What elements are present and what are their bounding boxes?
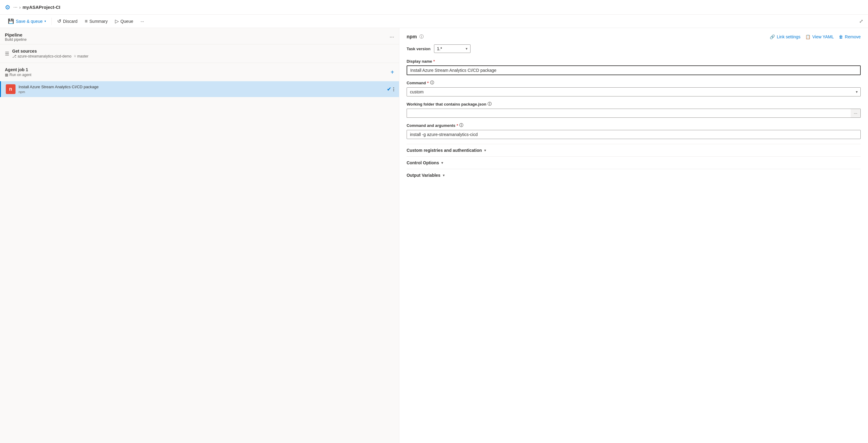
output-variables-expander[interactable]: Output Variables ▾ xyxy=(407,169,861,181)
toolbar-more-button[interactable]: ··· xyxy=(137,17,147,26)
agent-job-icon: ▦ xyxy=(5,73,8,77)
repo-name: azure-streamanalytics-cicd-demo xyxy=(18,54,71,58)
command-label-text: Command xyxy=(407,81,426,85)
left-panel-header: Pipeline Build pipeline ··· xyxy=(0,28,399,44)
agent-job-title: Agent job 1 xyxy=(5,67,388,72)
get-sources-row[interactable]: ☰ Get sources ⎇ azure-streamanalytics-ci… xyxy=(0,44,399,63)
command-args-label: Command and arguments * ⓘ xyxy=(407,123,861,128)
npm-icon-letter: n xyxy=(9,86,12,92)
working-folder-info-icon[interactable]: ⓘ xyxy=(488,101,492,107)
link-settings-button[interactable]: 🔗 Link settings xyxy=(770,34,800,39)
agent-job-header: Agent job 1 ▦ Run on agent + xyxy=(0,63,399,81)
agent-job-section: Agent job 1 ▦ Run on agent + n Install A… xyxy=(0,63,399,97)
discard-button[interactable]: ↺ Discard xyxy=(54,17,80,26)
output-variables-label: Output Variables xyxy=(407,173,440,178)
collapse-icon[interactable]: ⤢ xyxy=(859,18,863,24)
command-args-label-text: Command and arguments xyxy=(407,123,455,128)
queue-label: Queue xyxy=(121,19,133,24)
command-group: Command * ⓘ custom ▾ xyxy=(407,80,861,96)
top-bar-more-icon[interactable]: ··· xyxy=(13,5,17,10)
custom-registries-chevron-icon: ▾ xyxy=(484,149,486,152)
get-sources-icon: ☰ xyxy=(5,51,9,57)
save-icon: 💾 xyxy=(8,18,14,24)
task-version-row: Task version 1.* ▾ xyxy=(407,44,861,53)
add-task-button[interactable]: + xyxy=(391,69,394,76)
task-version-label: Task version xyxy=(407,46,431,51)
task-more-dot-3 xyxy=(393,90,394,91)
discard-icon: ↺ xyxy=(57,18,61,24)
breadcrumb-separator: › xyxy=(19,5,21,10)
output-variables-chevron-icon: ▾ xyxy=(443,173,445,178)
control-options-label: Control Options xyxy=(407,160,439,165)
agent-job-subtitle-text: Run on agent xyxy=(9,73,31,77)
pipeline-title-group: Pipeline Build pipeline xyxy=(5,32,27,42)
get-sources-subtitle: ⎇ azure-streamanalytics-cicd-demo ⑂ mast… xyxy=(12,54,394,58)
remove-icon: 🗑 xyxy=(839,34,843,39)
remove-button[interactable]: 🗑 Remove xyxy=(839,34,861,39)
task-item[interactable]: n Install Azure Stream Analytics CI/CD p… xyxy=(0,81,399,97)
command-args-required: * xyxy=(457,123,458,128)
task-item-actions: ✔ xyxy=(387,86,394,93)
get-sources-title: Get sources xyxy=(12,49,394,54)
toolbar-more-label: ··· xyxy=(141,19,144,24)
display-name-required: * xyxy=(433,59,435,64)
top-bar: ⚙ ··· › myASAProject-CI xyxy=(0,0,868,14)
summary-label: Summary xyxy=(90,19,108,24)
command-label: Command * ⓘ xyxy=(407,80,861,86)
display-name-label-text: Display name xyxy=(407,59,432,64)
view-yaml-button[interactable]: 📋 View YAML xyxy=(805,34,834,39)
working-folder-input-group: ··· xyxy=(407,108,861,118)
custom-registries-label: Custom registries and authentication xyxy=(407,148,482,153)
pipeline-subtitle: Build pipeline xyxy=(5,37,27,42)
page-title: myASAProject-CI xyxy=(23,5,60,10)
custom-registries-expander[interactable]: Custom registries and authentication ▾ xyxy=(407,144,861,156)
branch-icon-group: ⑂ master xyxy=(74,54,89,58)
view-yaml-label: View YAML xyxy=(812,34,834,39)
summary-button[interactable]: ≡ Summary xyxy=(82,17,111,26)
right-panel: npm ⓘ 🔗 Link settings 📋 View YAML 🗑 Remo… xyxy=(399,28,868,443)
npm-header: npm ⓘ 🔗 Link settings 📋 View YAML 🗑 Remo… xyxy=(407,34,861,39)
npm-icon: n xyxy=(6,84,16,94)
control-options-chevron-icon: ▾ xyxy=(441,161,443,165)
link-settings-label: Link settings xyxy=(777,34,800,39)
command-select-wrapper: custom ▾ xyxy=(407,87,861,96)
remove-label: Remove xyxy=(845,34,861,39)
working-folder-input[interactable] xyxy=(407,108,851,118)
toolbar: 💾 Save & queue ▾ ↺ Discard ≡ Summary ▷ Q… xyxy=(0,14,868,28)
display-name-group: Display name * xyxy=(407,59,861,75)
task-item-title: Install Azure Stream Analytics CI/CD pac… xyxy=(19,85,384,90)
left-panel-more-icon[interactable]: ··· xyxy=(390,34,394,40)
task-item-content: Install Azure Stream Analytics CI/CD pac… xyxy=(19,85,384,94)
working-folder-group: Working folder that contains package.jso… xyxy=(407,101,861,118)
save-and-queue-button[interactable]: 💾 Save & queue ▾ xyxy=(5,17,49,26)
command-info-icon[interactable]: ⓘ xyxy=(430,80,434,86)
npm-actions: 🔗 Link settings 📋 View YAML 🗑 Remove xyxy=(770,34,861,39)
pipeline-title: Pipeline xyxy=(5,32,27,37)
task-more-dot-1 xyxy=(393,87,394,88)
agent-job-subtitle: ▦ Run on agent xyxy=(5,73,388,77)
working-folder-browse-button[interactable]: ··· xyxy=(851,108,861,118)
task-more-button[interactable] xyxy=(393,87,394,91)
display-name-input[interactable] xyxy=(407,65,861,75)
task-check-icon: ✔ xyxy=(387,86,392,93)
agent-job-content: Agent job 1 ▦ Run on agent xyxy=(5,67,388,77)
summary-icon: ≡ xyxy=(85,19,87,24)
repo-icon-group: ⎇ azure-streamanalytics-cicd-demo xyxy=(12,54,71,58)
task-item-subtitle: npm xyxy=(19,90,384,94)
get-sources-content: Get sources ⎇ azure-streamanalytics-cicd… xyxy=(12,49,394,58)
app-logo-icon: ⚙ xyxy=(5,4,10,11)
queue-button[interactable]: ▷ Queue xyxy=(112,17,136,26)
command-required: * xyxy=(427,81,429,85)
working-folder-label: Working folder that contains package.jso… xyxy=(407,101,861,107)
command-select[interactable]: custom xyxy=(407,87,861,96)
npm-title: npm xyxy=(407,34,417,39)
npm-info-icon[interactable]: ⓘ xyxy=(420,34,424,39)
command-args-info-icon[interactable]: ⓘ xyxy=(459,123,463,128)
npm-title-row: npm ⓘ xyxy=(407,34,424,39)
toolbar-separator xyxy=(52,18,52,25)
save-and-queue-label: Save & queue xyxy=(16,19,42,24)
task-version-select[interactable]: 1.* xyxy=(434,44,470,53)
save-queue-chevron-icon: ▾ xyxy=(44,20,46,23)
command-args-input[interactable] xyxy=(407,130,861,139)
control-options-expander[interactable]: Control Options ▾ xyxy=(407,156,861,169)
